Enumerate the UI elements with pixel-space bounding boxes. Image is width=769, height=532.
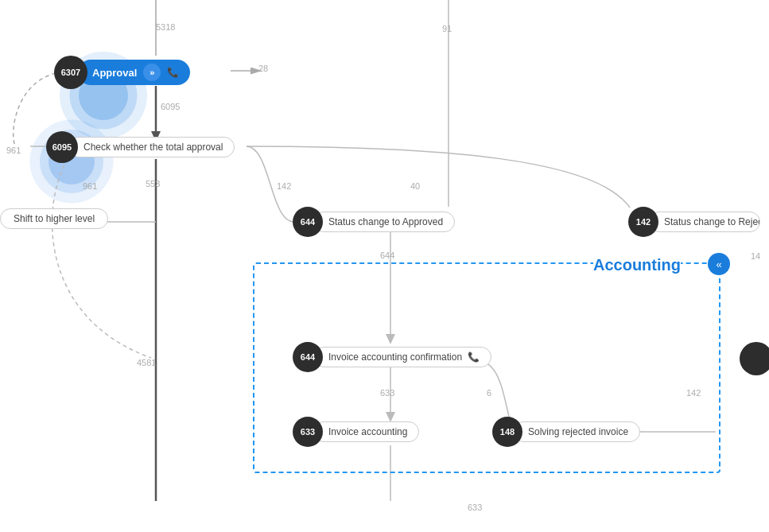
badge-644-invoice: 644 [293, 342, 323, 372]
flow-label-961-bottom: 961 [83, 181, 97, 191]
badge-6307: 6307 [54, 56, 87, 89]
node-142-status-rejected[interactable]: 142 Status change to Rejected [628, 207, 760, 237]
flow-label-633-bottom: 633 [468, 503, 482, 512]
phone-icon-invoice: 📞 [468, 351, 480, 363]
badge-6095: 6095 [46, 131, 78, 163]
flow-label-644-mid: 644 [380, 250, 394, 260]
badge-148: 148 [492, 417, 522, 447]
badge-644-approved: 644 [293, 207, 323, 237]
pill-148: Solving rejected invoice [513, 421, 640, 442]
process-flow-canvas: 5318 28 6095 961 961 553 142 40 91 644 4… [0, 0, 769, 532]
badge-633: 633 [293, 417, 323, 447]
pill-633: Invoice accounting [313, 421, 419, 442]
pill-142-rejected: Status change to Rejected [649, 212, 760, 232]
flow-label-961-left: 961 [6, 146, 21, 155]
flow-label-14: 14 [751, 251, 760, 261]
flow-label-91: 91 [442, 24, 452, 33]
flow-label-6095: 6095 [161, 102, 180, 111]
chevron-right-icon: » [143, 64, 161, 81]
flow-label-28: 28 [258, 64, 268, 73]
accounting-collapse-button[interactable]: « [708, 253, 730, 275]
node-633-invoice[interactable]: 633 Invoice accounting [293, 417, 419, 447]
pill-approval: Approval » 📞 [78, 60, 190, 85]
node-148-solving[interactable]: 148 Solving rejected invoice [492, 417, 640, 447]
flow-label-553: 553 [146, 179, 160, 188]
node-644-invoice-confirm[interactable]: 644 Invoice accounting confirmation 📞 [293, 342, 491, 372]
flow-label-142-mid: 142 [277, 181, 291, 191]
badge-partial-right [740, 342, 769, 375]
badge-142-rejected: 142 [628, 207, 658, 237]
pill-6095: Check whether the total approval [68, 137, 235, 157]
flow-label-40: 40 [410, 181, 420, 191]
node-6307[interactable]: 6307 Approval » 📞 [54, 56, 190, 89]
node-shift-higher[interactable]: Shift to higher level [0, 208, 108, 229]
flow-label-4581: 4581 [137, 358, 156, 367]
pill-644-approved: Status change to Approved [313, 212, 455, 232]
node-644-status-approved[interactable]: 644 Status change to Approved [293, 207, 455, 237]
flow-label-5318: 5318 [156, 22, 175, 32]
phone-icon: 📞 [167, 67, 179, 78]
pill-644-invoice: Invoice accounting confirmation 📞 [313, 347, 491, 367]
accounting-label: Accounting [593, 256, 681, 274]
node-6095[interactable]: 6095 Check whether the total approval [46, 131, 235, 163]
